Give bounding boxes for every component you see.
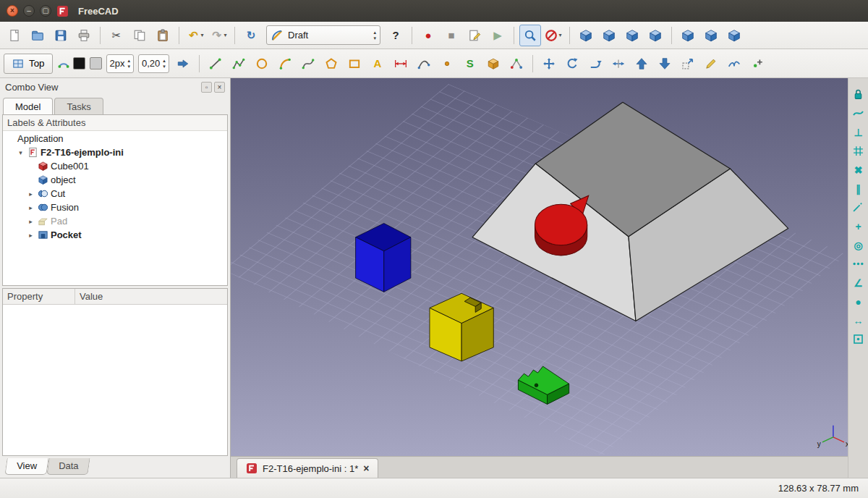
window-maximize-button[interactable]: ▢: [40, 5, 51, 17]
redo-dropdown-arrow[interactable]: ▾: [224, 32, 226, 38]
construction-mode-icon[interactable]: [57, 57, 70, 70]
snap-special-button[interactable]: [849, 255, 868, 273]
apply-style-button[interactable]: [172, 53, 194, 75]
expander-icon[interactable]: ▾: [16, 149, 25, 156]
panel-float-icon[interactable]: ▫: [201, 82, 212, 93]
line-width-spinner[interactable]: 2px ▴▾: [106, 54, 134, 73]
snap-extension-button[interactable]: [849, 198, 868, 216]
snap-center-button[interactable]: ◎: [849, 236, 868, 254]
redo-button[interactable]: ↷▾: [208, 25, 229, 46]
line-color-swatch[interactable]: [73, 57, 85, 69]
text-scale-spinner[interactable]: 0,20 ▴▾: [138, 54, 169, 73]
text-scale-spin-arrows[interactable]: ▴▾: [163, 58, 166, 69]
tree-item-cut[interactable]: ▸Cut: [3, 187, 227, 201]
draft-downgrade-button[interactable]: [654, 53, 676, 75]
window-close-button[interactable]: ×: [7, 5, 18, 17]
snap-ortho-button[interactable]: +: [849, 217, 868, 235]
working-plane-button[interactable]: Top: [4, 54, 53, 74]
refresh-button[interactable]: ↻: [240, 25, 262, 46]
model-tree[interactable]: Application▾F2-T16-ejemplo-iniCube001obj…: [3, 131, 227, 285]
window-minimize-button[interactable]: –: [23, 5, 35, 17]
whats-this-button[interactable]: ?: [385, 25, 407, 46]
expander-icon[interactable]: ▸: [26, 232, 35, 239]
view-rear-button[interactable]: [677, 25, 699, 46]
view-bottom-button[interactable]: [700, 25, 722, 46]
draft-bspline-button[interactable]: [297, 53, 319, 75]
document-tab-close-icon[interactable]: ×: [363, 463, 369, 474]
draft-move-button[interactable]: [538, 53, 560, 75]
tab-view[interactable]: View: [4, 458, 48, 475]
snap-working-plane-button[interactable]: [849, 330, 868, 348]
draft-join-button[interactable]: [723, 53, 745, 75]
expander-icon[interactable]: ▸: [26, 218, 35, 225]
draft-to-sketch-button[interactable]: [506, 53, 527, 75]
draft-polygon-button[interactable]: [320, 53, 342, 75]
cut-button[interactable]: ✂: [106, 25, 127, 46]
save-file-button[interactable]: [50, 25, 72, 46]
tree-item-f2-t16-ejemplo-ini[interactable]: ▾F2-T16-ejemplo-ini: [3, 145, 227, 159]
draft-scale-button[interactable]: [677, 53, 699, 75]
snap-lock-button[interactable]: [849, 85, 868, 104]
view-front-button[interactable]: [598, 25, 620, 46]
view-right-button[interactable]: [644, 25, 666, 46]
macro-play-button[interactable]: ▶: [487, 25, 509, 46]
draft-facebinder-button[interactable]: [482, 53, 504, 75]
document-tab[interactable]: F2-T16-ejemplo-ini : 1* ×: [237, 458, 378, 478]
draft-circle-button[interactable]: [251, 53, 273, 75]
macro-record-button[interactable]: ●: [417, 25, 439, 46]
draft-add-point-button[interactable]: [746, 53, 768, 75]
expander-icon[interactable]: ▸: [26, 190, 35, 198]
view-left-button[interactable]: [723, 25, 745, 46]
snap-intersection-button[interactable]: ✖: [849, 161, 868, 179]
view-top-button[interactable]: [621, 25, 643, 46]
draft-rotate-button[interactable]: [561, 53, 583, 75]
tree-item-pad[interactable]: ▸Pad: [3, 214, 227, 228]
tab-model[interactable]: Model: [3, 98, 53, 114]
new-file-button[interactable]: [4, 25, 25, 46]
snap-parallel-button[interactable]: ∥: [849, 180, 868, 198]
box-zoom-button[interactable]: [519, 25, 541, 46]
expander-icon[interactable]: ▸: [26, 204, 35, 211]
undo-dropdown-arrow[interactable]: ▾: [200, 32, 203, 38]
macro-edit-button[interactable]: [464, 25, 485, 46]
tree-item-application[interactable]: Application: [3, 132, 227, 145]
yellow-cube[interactable]: [430, 293, 493, 361]
3d-viewport[interactable]: x y: [231, 78, 848, 456]
draft-dimension-button[interactable]: [390, 53, 412, 75]
paste-button[interactable]: [152, 25, 174, 46]
snap-near-button[interactable]: [849, 104, 868, 122]
draft-rectangle-button[interactable]: [344, 53, 365, 75]
snap-dimensions-button[interactable]: ↔: [849, 311, 868, 329]
snap-angle-button[interactable]: ∠: [849, 274, 868, 292]
draw-style-dropdown-arrow[interactable]: ▾: [558, 32, 561, 38]
face-color-swatch[interactable]: [90, 57, 102, 69]
snap-grid-button[interactable]: [849, 142, 868, 160]
undo-button[interactable]: ↶▾: [184, 25, 206, 46]
workbench-spin-arrows[interactable]: ▴▾: [373, 30, 376, 41]
print-button[interactable]: [73, 25, 95, 46]
draft-line-button[interactable]: [205, 53, 226, 75]
macro-stop-button[interactable]: ■: [441, 25, 462, 46]
open-file-button[interactable]: [27, 25, 48, 46]
draft-bezier-button[interactable]: [413, 53, 435, 75]
draft-edit-button[interactable]: [700, 53, 722, 75]
tab-tasks[interactable]: Tasks: [54, 98, 103, 114]
line-width-spin-arrows[interactable]: ▴▾: [127, 58, 130, 69]
draft-point-button[interactable]: [436, 53, 458, 75]
draft-shapestring-button[interactable]: S: [459, 53, 481, 75]
draw-style-button[interactable]: ▾: [542, 25, 564, 46]
snap-midpoint-button[interactable]: ●: [849, 292, 868, 311]
blue-cube[interactable]: [356, 224, 411, 292]
draft-wire-button[interactable]: [228, 53, 250, 75]
tab-data[interactable]: Data: [46, 458, 90, 475]
tree-item-object[interactable]: object: [3, 173, 227, 187]
panel-close-icon[interactable]: ×: [214, 82, 225, 93]
draft-trim-button[interactable]: [608, 53, 629, 75]
tree-item-cube001[interactable]: Cube001: [3, 159, 227, 173]
workbench-selector[interactable]: Draft ▴▾: [266, 25, 380, 45]
snap-perpendicular-button[interactable]: ⊥: [849, 123, 868, 141]
draft-text-button[interactable]: A: [367, 53, 388, 75]
tree-item-pocket[interactable]: ▸Pocket: [3, 228, 227, 242]
draft-offset-button[interactable]: [584, 53, 606, 75]
draft-arc-button[interactable]: [274, 53, 296, 75]
